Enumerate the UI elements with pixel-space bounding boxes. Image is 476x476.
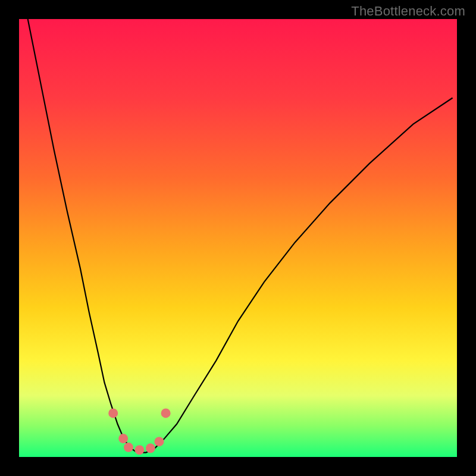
curve-marker bbox=[161, 408, 171, 418]
bottleneck-curve bbox=[28, 19, 453, 453]
curve-markers bbox=[108, 408, 170, 455]
chart-frame: TheBottleneck.com bbox=[0, 0, 476, 476]
curve-marker bbox=[108, 408, 118, 418]
curve-marker bbox=[124, 443, 133, 452]
curve-marker bbox=[134, 445, 144, 455]
curve-svg bbox=[19, 19, 457, 457]
watermark-text: TheBottleneck.com bbox=[351, 4, 465, 19]
curve-marker bbox=[155, 437, 164, 446]
curve-marker bbox=[146, 443, 155, 453]
plot-area bbox=[19, 19, 457, 457]
curve-marker bbox=[118, 434, 128, 443]
